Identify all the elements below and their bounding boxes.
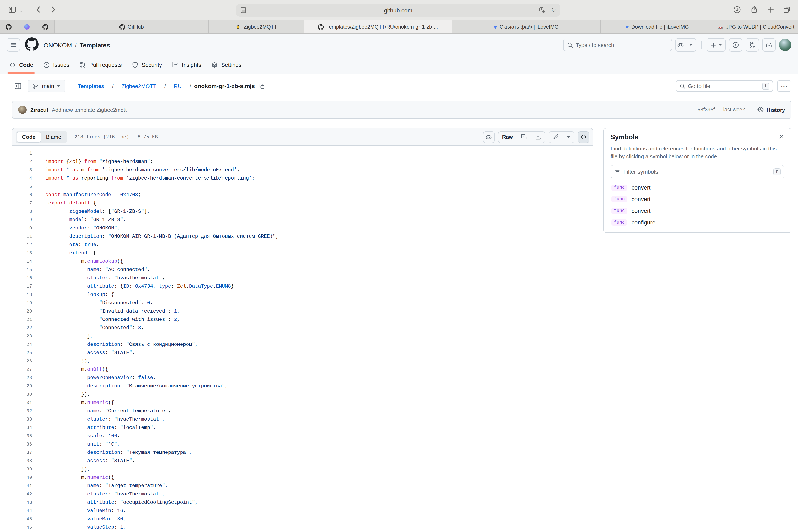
nav-tab-insights[interactable]: Insights — [168, 56, 205, 74]
github-logo[interactable] — [25, 37, 39, 53]
line-number[interactable]: 36 — [13, 442, 32, 447]
copy-file-icon[interactable] — [517, 132, 531, 142]
line-number[interactable]: 33 — [13, 417, 32, 422]
more-options-button[interactable]: ⋯ — [777, 80, 791, 92]
tab-github[interactable]: GitHub — [55, 20, 209, 33]
commit-hash[interactable]: 68f395f — [698, 107, 715, 113]
user-avatar[interactable] — [779, 39, 791, 51]
line-number[interactable]: 20 — [13, 309, 32, 314]
back-icon[interactable] — [35, 6, 42, 15]
filter-symbols-input[interactable]: Filter symbols r — [611, 165, 784, 178]
commit-message[interactable]: Add new template Zigbee2mqtt — [52, 107, 127, 113]
line-number[interactable]: 28 — [13, 375, 32, 380]
line-number[interactable]: 18 — [13, 292, 32, 297]
nav-tab-security[interactable]: Security — [128, 56, 166, 74]
symbol-item[interactable]: funcconvert — [611, 193, 784, 205]
global-search-input[interactable]: Type / to search — [563, 39, 672, 51]
symbol-item[interactable]: funcconvert — [611, 182, 784, 193]
line-number[interactable]: 29 — [13, 384, 32, 388]
line-number[interactable]: 38 — [13, 458, 32, 463]
repo-owner-link[interactable]: ONOKOM — [44, 41, 72, 49]
new-tab-icon[interactable] — [767, 6, 775, 15]
line-number[interactable]: 21 — [13, 317, 32, 322]
symbol-item[interactable]: funcconfigure — [611, 216, 784, 228]
line-number[interactable]: 39 — [13, 467, 32, 472]
tab-zigbee2mqtt[interactable]: Zigbee2MQTT — [209, 20, 304, 33]
translate-icon[interactable] — [539, 7, 545, 15]
line-number[interactable]: 8 — [13, 209, 32, 214]
branch-selector[interactable]: main — [28, 80, 65, 92]
edit-menu-chevron[interactable] — [563, 132, 574, 142]
line-number[interactable]: 40 — [13, 475, 32, 480]
tab-blame-view[interactable]: Blame — [41, 132, 66, 142]
breadcrumb-templates[interactable]: Templates — [73, 81, 109, 92]
repo-name-link[interactable]: Templates — [80, 41, 110, 49]
line-number[interactable]: 37 — [13, 450, 32, 455]
panel-resize-divider[interactable] — [601, 128, 601, 532]
nav-tab-issues[interactable]: Issues — [39, 56, 74, 74]
nav-tab-pull-requests[interactable]: Pull requests — [75, 56, 126, 74]
line-number[interactable]: 13 — [13, 251, 32, 255]
copy-path-icon[interactable] — [259, 83, 265, 89]
line-number[interactable]: 4 — [13, 176, 32, 181]
pull-requests-button[interactable] — [746, 38, 759, 52]
raw-button[interactable]: Raw — [498, 132, 517, 142]
page-settings-icon[interactable] — [240, 7, 247, 15]
tab-iloveimg-en[interactable]: ♥ Download file | iLoveIMG — [601, 20, 714, 33]
line-number[interactable]: 27 — [13, 367, 32, 372]
line-number[interactable]: 41 — [13, 483, 32, 488]
line-number[interactable]: 25 — [13, 350, 32, 355]
line-number[interactable]: 10 — [13, 226, 32, 231]
line-number[interactable]: 15 — [13, 267, 32, 272]
line-number[interactable]: 7 — [13, 201, 32, 206]
line-number[interactable]: 44 — [13, 508, 32, 513]
line-number[interactable]: 9 — [13, 217, 32, 222]
close-icon[interactable] — [778, 134, 784, 141]
tab-code-view[interactable]: Code — [17, 132, 41, 142]
line-number[interactable]: 34 — [13, 425, 32, 430]
line-number[interactable]: 45 — [13, 517, 32, 521]
line-number[interactable]: 26 — [13, 359, 32, 364]
tab-active-file[interactable]: Templates/Zigbee2MQTT/RU/onokom-gr-1-zb-… — [304, 20, 452, 33]
address-bar[interactable]: github.com ↻ — [236, 4, 560, 17]
line-number[interactable]: 30 — [13, 392, 32, 397]
commit-author[interactable]: Ziracul — [30, 107, 48, 113]
forward-icon[interactable] — [50, 6, 57, 15]
symbol-item[interactable]: funcconvert — [611, 205, 784, 216]
issues-button[interactable] — [729, 38, 742, 52]
line-number[interactable]: 42 — [13, 492, 32, 497]
copilot-button[interactable] — [676, 38, 696, 52]
downloads-icon[interactable] — [733, 6, 741, 15]
history-button[interactable]: History — [751, 106, 785, 114]
edit-pencil-icon[interactable] — [549, 132, 563, 142]
line-number[interactable]: 35 — [13, 434, 32, 438]
pinned-tab-github-1[interactable] — [0, 20, 17, 33]
breadcrumb-zigbee2mqtt[interactable]: Zigbee2MQTT — [117, 81, 162, 92]
sidebar-toggle-icon[interactable] — [8, 6, 16, 15]
go-to-file-input[interactable]: Go to file t — [676, 80, 773, 92]
copilot-code-button[interactable] — [483, 131, 495, 143]
global-menu-button[interactable] — [7, 38, 20, 52]
reload-icon[interactable]: ↻ — [551, 7, 556, 13]
commit-author-avatar[interactable] — [18, 106, 26, 114]
line-number[interactable]: 43 — [13, 500, 32, 505]
line-number[interactable]: 31 — [13, 400, 32, 405]
share-icon[interactable] — [750, 6, 758, 15]
nav-tab-code[interactable]: Code — [5, 56, 37, 74]
line-number[interactable]: 32 — [13, 408, 32, 414]
line-number[interactable]: 5 — [13, 184, 32, 189]
line-number[interactable]: 22 — [13, 325, 32, 330]
create-new-button[interactable] — [706, 38, 726, 52]
tab-cloudconvert[interactable]: ☁ JPG to WEBP | CloudConvert — [714, 20, 798, 33]
line-number[interactable]: 19 — [13, 301, 32, 305]
sidebar-chevron-icon[interactable] — [19, 8, 24, 15]
line-number[interactable]: 6 — [13, 192, 32, 197]
line-number[interactable]: 3 — [13, 168, 32, 172]
tab-iloveimg-ru[interactable]: ♥ Скачать файл| iLoveIMG — [452, 20, 601, 33]
line-number[interactable]: 24 — [13, 342, 32, 347]
line-number[interactable]: 16 — [13, 276, 32, 281]
expand-file-tree-button[interactable] — [12, 80, 24, 92]
tab-overview-icon[interactable] — [783, 6, 791, 15]
line-number[interactable]: 23 — [13, 334, 32, 339]
download-file-icon[interactable] — [531, 132, 545, 142]
